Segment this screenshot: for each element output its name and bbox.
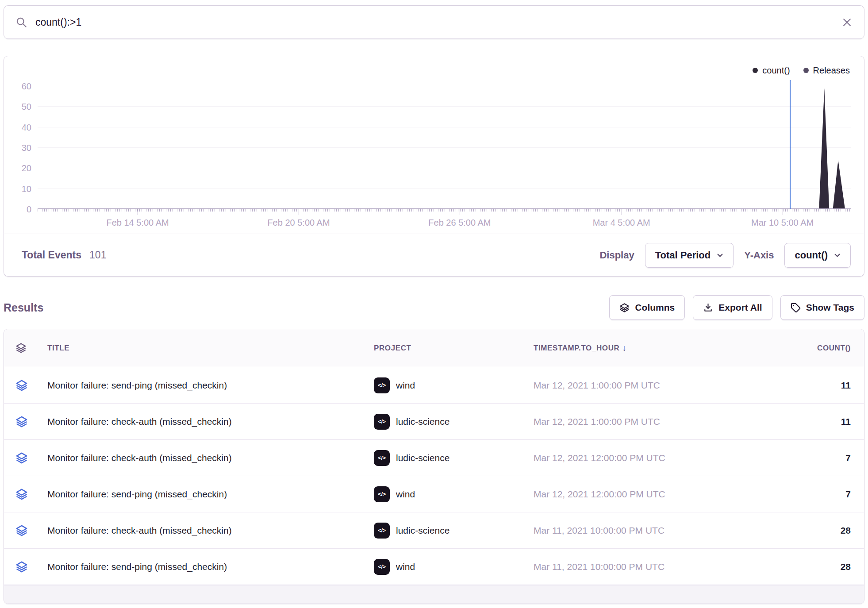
count-area-series [38, 80, 851, 209]
column-header-project[interactable]: PROJECT [374, 344, 534, 353]
x-tick-label: Feb 20 5:00 AM [267, 218, 330, 228]
column-header-title[interactable]: TITLE [47, 344, 374, 353]
row-title[interactable]: Monitor failure: check-auth (missed_chec… [47, 416, 374, 427]
row-count: 11 [789, 416, 851, 427]
project-name: ludic-science [396, 416, 449, 427]
y-tick-label: 50 [22, 102, 31, 112]
column-header-timestamp-label: TIMESTAMP.TO_HOUR [534, 344, 619, 353]
yaxis-label: Y-Axis [744, 250, 774, 261]
display-dropdown-value: Total Period [655, 250, 711, 261]
x-tick-label: Mar 4 5:00 AM [593, 218, 650, 228]
row-timestamp: Mar 12, 2021 1:00:00 PM UTC [534, 416, 789, 427]
row-project[interactable]: </> wind [374, 559, 534, 575]
y-tick-label: 40 [22, 122, 31, 132]
row-project[interactable]: </> ludic-science [374, 450, 534, 466]
display-label: Display [599, 250, 634, 261]
project-platform-icon: </> [374, 523, 390, 539]
table-row[interactable]: Monitor failure: check-auth (missed_chec… [4, 512, 864, 549]
x-major-tick [783, 209, 783, 215]
row-title[interactable]: Monitor failure: check-auth (missed_chec… [47, 525, 374, 536]
x-major-tick [299, 209, 299, 215]
download-icon [703, 303, 713, 313]
project-name: ludic-science [396, 453, 449, 463]
row-count: 7 [789, 453, 851, 463]
search-icon [15, 16, 27, 28]
row-timestamp: Mar 12, 2021 12:00:00 PM UTC [534, 453, 789, 463]
y-tick-label: 20 [22, 163, 31, 173]
search-input[interactable]: count():>1 [35, 16, 833, 28]
layers-icon [15, 488, 28, 500]
table-row[interactable]: Monitor failure: send-ping (missed_check… [4, 367, 864, 404]
legend-item-releases[interactable]: Releases [803, 65, 850, 76]
legend-item-count[interactable]: count() [753, 65, 790, 76]
events-chart-panel: count() Releases 0102030405060 Feb 14 5:… [4, 56, 864, 277]
row-project[interactable]: </> wind [374, 486, 534, 502]
row-count: 28 [789, 562, 851, 572]
export-all-button-label: Export All [718, 302, 762, 313]
chart-body: 0102030405060 Feb 14 5:00 AMFeb 20 5:00 … [4, 79, 864, 232]
legend-label: count() [762, 65, 790, 76]
row-title[interactable]: Monitor failure: check-auth (missed_chec… [47, 453, 374, 463]
row-timestamp: Mar 11, 2021 10:00:00 PM UTC [534, 525, 789, 536]
row-project[interactable]: </> ludic-science [374, 523, 534, 539]
show-tags-button-label: Show Tags [806, 302, 854, 313]
table-footer [4, 585, 864, 604]
row-timestamp: Mar 12, 2021 1:00:00 PM UTC [534, 380, 789, 391]
display-dropdown[interactable]: Total Period [645, 243, 734, 268]
row-title[interactable]: Monitor failure: send-ping (missed_check… [47, 380, 374, 391]
project-platform-icon: </> [374, 377, 390, 393]
export-all-button[interactable]: Export All [693, 295, 772, 320]
results-heading: Results [4, 301, 43, 314]
clear-search-button[interactable] [841, 17, 853, 28]
y-tick-label: 10 [22, 184, 31, 194]
row-count: 7 [789, 489, 851, 500]
table-row[interactable]: Monitor failure: check-auth (missed_chec… [4, 404, 864, 440]
row-stack-cell[interactable] [15, 488, 47, 500]
total-events-value: 101 [89, 249, 106, 261]
chart-footer: Total Events 101 Display Total Period Y-… [4, 234, 864, 276]
project-platform-icon: </> [374, 414, 390, 430]
column-header-timestamp[interactable]: TIMESTAMP.TO_HOUR ↓ [534, 343, 789, 353]
row-stack-cell[interactable] [15, 452, 47, 464]
row-project[interactable]: </> ludic-science [374, 414, 534, 430]
row-timestamp: Mar 12, 2021 12:00:00 PM UTC [534, 489, 789, 500]
row-stack-cell[interactable] [15, 416, 47, 428]
show-tags-button[interactable]: Show Tags [780, 295, 864, 320]
row-count: 11 [789, 380, 851, 391]
x-axis-labels: Feb 14 5:00 AMFeb 20 5:00 AMFeb 26 5:00 … [38, 212, 851, 232]
layers-icon [15, 342, 27, 354]
x-major-tick [138, 209, 138, 215]
layers-icon [15, 524, 28, 537]
project-name: wind [396, 562, 415, 572]
chevron-down-icon [834, 253, 841, 258]
columns-button[interactable]: Columns [609, 295, 685, 320]
column-header-count[interactable]: COUNT() [789, 344, 851, 353]
project-name: wind [396, 489, 415, 500]
row-timestamp: Mar 11, 2021 10:00:00 PM UTC [534, 562, 789, 572]
x-tick-label: Feb 26 5:00 AM [428, 218, 491, 228]
results-header-row: Results Columns Export All Show Tags [4, 295, 864, 320]
project-name: ludic-science [396, 525, 449, 536]
row-stack-cell[interactable] [15, 379, 47, 392]
x-tick-label: Feb 14 5:00 AM [106, 218, 169, 228]
close-icon [841, 17, 853, 28]
columns-button-label: Columns [635, 302, 675, 313]
project-platform-icon: </> [374, 486, 390, 502]
release-marker-line[interactable] [790, 80, 791, 209]
yaxis-dropdown[interactable]: count() [784, 243, 851, 268]
search-bar[interactable]: count():>1 [4, 5, 864, 39]
chart-plot-area[interactable] [38, 80, 851, 209]
chart-legend: count() Releases [4, 56, 864, 79]
row-title[interactable]: Monitor failure: send-ping (missed_check… [47, 489, 374, 500]
table-row[interactable]: Monitor failure: check-auth (missed_chec… [4, 440, 864, 476]
row-title[interactable]: Monitor failure: send-ping (missed_check… [47, 562, 374, 572]
row-project[interactable]: </> wind [374, 377, 534, 393]
header-layers-cell [15, 342, 47, 354]
row-stack-cell[interactable] [15, 561, 47, 573]
results-table: TITLE PROJECT TIMESTAMP.TO_HOUR ↓ COUNT(… [4, 329, 864, 604]
y-axis-labels: 0102030405060 [10, 80, 38, 209]
table-row[interactable]: Monitor failure: send-ping (missed_check… [4, 549, 864, 585]
table-row[interactable]: Monitor failure: send-ping (missed_check… [4, 476, 864, 512]
row-stack-cell[interactable] [15, 524, 47, 537]
project-platform-icon: </> [374, 559, 390, 575]
